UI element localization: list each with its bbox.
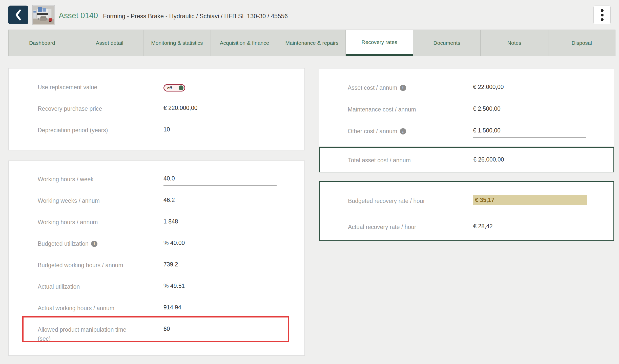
field-label: Total asset cost / annum [348, 156, 469, 165]
field-row: Working hours / week40.0 [9, 175, 304, 196]
field-label: Depreciation period (years) [38, 126, 159, 135]
annotation-red-box [22, 316, 289, 342]
field-label: Asset cost / annumi [348, 83, 469, 92]
page-title: Asset 0140 [59, 10, 98, 20]
value-text: 10 [163, 126, 170, 133]
tab-documents[interactable]: Documents [413, 30, 481, 56]
field-label: Budgeted working hours / annum [38, 261, 159, 270]
field-row: Other cost / annumi€ 1.500,00 [319, 127, 614, 148]
tab-notes[interactable]: Notes [481, 30, 548, 56]
value-text: € 26.000,00 [473, 156, 504, 163]
asset-photo [33, 6, 54, 25]
tab-bar: DashboardAsset detailMonitoring & statis… [8, 30, 615, 56]
tab-acquisition-finance[interactable]: Acquisition & finance [211, 30, 279, 56]
info-icon[interactable]: i [91, 241, 97, 247]
field-row: Use replacement valueoff [9, 83, 304, 104]
chevron-left-icon [14, 9, 22, 21]
field-label: Working weeks / annum [38, 196, 159, 205]
tab-dashboard[interactable]: Dashboard [9, 30, 76, 56]
toggle-state-label: off [167, 86, 172, 90]
value-text: € 2.500,00 [473, 105, 501, 112]
value-text: % 49.51 [163, 282, 185, 290]
back-button[interactable] [8, 6, 28, 24]
tab-disposal[interactable]: Disposal [548, 30, 615, 56]
field-label: Other cost / annumi [348, 127, 469, 136]
more-options-button[interactable] [593, 6, 611, 24]
value-input[interactable]: € 1.500,00 [473, 127, 586, 138]
recovery-rate-box: Budgeted recovery rate / hour€ 35,17Actu… [319, 181, 614, 241]
tab-recovery-rates[interactable]: Recovery rates [346, 30, 414, 56]
tab-monitoring-statistics[interactable]: Monitoring & statistics [143, 30, 211, 56]
replacement-value-toggle[interactable]: off [163, 84, 185, 92]
field-label: Actual recovery rate / hour [348, 222, 469, 232]
asset-thumbnail[interactable] [32, 5, 55, 25]
value-text: € 22.000,00 [473, 83, 504, 91]
tab-asset-detail[interactable]: Asset detail [76, 30, 144, 56]
field-row: Total asset cost / annum€ 26.000,00 [320, 156, 613, 171]
toggle-knob [179, 85, 183, 90]
value-text: € 220.000,00 [163, 104, 197, 112]
field-row: Working hours / annum1 848 [9, 218, 304, 239]
field-label: Use replacement value [38, 83, 159, 92]
field-label: Budgeted utilizationi [38, 239, 159, 248]
field-row: Recovery purchase price€ 220.000,00 [9, 104, 304, 126]
value-input[interactable]: 40.0 [163, 175, 277, 186]
value-input[interactable]: 46.2 [163, 196, 277, 207]
page-subtitle: Forming - Press Brake - Hydraulic / Schi… [103, 10, 288, 20]
field-label: Actual utilization [38, 282, 159, 291]
tab-maintenance-repairs[interactable]: Maintenance & repairs [278, 30, 346, 56]
info-icon[interactable]: i [400, 128, 406, 134]
field-row: Working weeks / annum46.2 [9, 196, 304, 218]
field-label: Working hours / week [38, 175, 159, 184]
field-row: Budgeted recovery rate / hour€ 35,17 [320, 196, 613, 222]
field-row: Maintenance cost / annum€ 2.500,00 [319, 105, 614, 127]
working-hours-panel: Working hours / week40.0Working weeks / … [8, 161, 305, 356]
value-text: € 28,42 [473, 222, 493, 230]
asset-cost-panel: Asset cost / annumi€ 22.000,00Maintenanc… [319, 68, 614, 146]
value-text: € 35,17 [473, 195, 587, 205]
field-label: Working hours / annum [38, 218, 159, 227]
field-row: Asset cost / annumi€ 22.000,00 [319, 83, 614, 105]
header-titles: Asset 0140 Forming - Press Brake - Hydra… [59, 0, 288, 30]
field-row: Actual recovery rate / hour€ 28,42 [320, 222, 613, 248]
field-label: Actual working hours / annum [38, 304, 159, 313]
field-row: Budgeted utilizationi% 40.00 [9, 239, 304, 261]
replacement-value-panel: Use replacement valueoffRecovery purchas… [8, 68, 305, 150]
value-input[interactable]: % 40.00 [163, 239, 277, 250]
value-text: 1 848 [163, 218, 178, 225]
field-label: Budgeted recovery rate / hour [348, 196, 469, 206]
total-asset-cost-box: Total asset cost / annum€ 26.000,00 [319, 147, 614, 172]
field-row: Actual utilization% 49.51 [9, 282, 304, 304]
field-label: Recovery purchase price [38, 104, 159, 113]
field-label: Maintenance cost / annum [348, 105, 469, 114]
kebab-menu-icon [601, 8, 604, 22]
field-row: Budgeted working hours / annum739.2 [9, 261, 304, 282]
value-text: 739.2 [163, 261, 178, 268]
value-text: 914.94 [163, 304, 181, 311]
info-icon[interactable]: i [400, 85, 406, 91]
app-window: Asset 0140 Forming - Press Brake - Hydra… [0, 0, 619, 364]
